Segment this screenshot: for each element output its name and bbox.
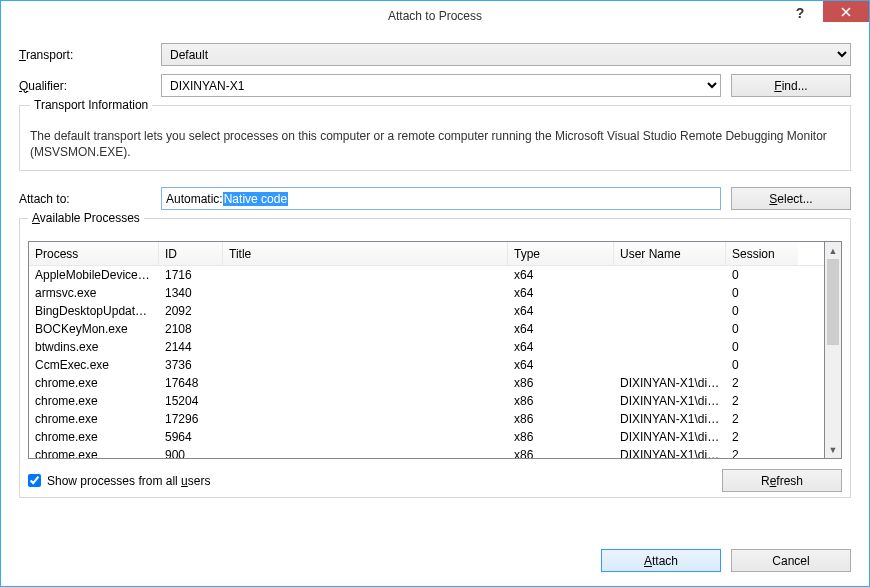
- grid-body[interactable]: AppleMobileDeviceSe...1716x640armsvc.exe…: [29, 266, 824, 458]
- select-button[interactable]: Select...: [731, 187, 851, 210]
- cancel-button[interactable]: Cancel: [731, 549, 851, 572]
- available-processes-legend: Available Processes: [28, 211, 144, 225]
- transport-select[interactable]: Default: [161, 43, 851, 66]
- cell-user: DIXINYAN-X1\dixin_...: [614, 448, 726, 458]
- cell-session: 0: [726, 286, 798, 300]
- scroll-track[interactable]: [825, 259, 841, 441]
- cell-type: x64: [508, 340, 614, 354]
- scroll-up-icon[interactable]: ▲: [825, 242, 841, 259]
- cell-id: 2144: [159, 340, 223, 354]
- cell-process: BingDesktopUpdater....: [29, 304, 159, 318]
- cell-id: 900: [159, 448, 223, 458]
- cell-session: 2: [726, 376, 798, 390]
- cell-type: x64: [508, 268, 614, 282]
- transport-label: Transport:: [19, 48, 161, 62]
- cell-process: btwdins.exe: [29, 340, 159, 354]
- cell-id: 5964: [159, 430, 223, 444]
- cell-user: DIXINYAN-X1\dixin_...: [614, 394, 726, 408]
- col-type[interactable]: Type: [508, 242, 614, 265]
- attach-to-label: Attach to:: [19, 192, 161, 206]
- cell-session: 0: [726, 322, 798, 336]
- transport-info-legend: Transport Information: [30, 98, 152, 112]
- grid-header[interactable]: Process ID Title Type User Name Session: [29, 242, 824, 266]
- attach-button[interactable]: Attach: [601, 549, 721, 572]
- col-user[interactable]: User Name: [614, 242, 726, 265]
- cell-process: armsvc.exe: [29, 286, 159, 300]
- cell-session: 2: [726, 394, 798, 408]
- table-row[interactable]: chrome.exe15204x86DIXINYAN-X1\dixin_...2: [29, 392, 824, 410]
- cell-type: x64: [508, 304, 614, 318]
- col-id[interactable]: ID: [159, 242, 223, 265]
- process-grid-wrap: Process ID Title Type User Name Session …: [28, 241, 842, 459]
- cell-session: 0: [726, 268, 798, 282]
- titlebar: Attach to Process ?: [1, 1, 869, 31]
- cell-process: CcmExec.exe: [29, 358, 159, 372]
- cell-user: DIXINYAN-X1\dixin_...: [614, 412, 726, 426]
- dialog-content: Transport: Default Qualifier: DIXINYAN-X…: [1, 31, 869, 512]
- col-session[interactable]: Session: [726, 242, 798, 265]
- cell-id: 15204: [159, 394, 223, 408]
- table-row[interactable]: CcmExec.exe3736x640: [29, 356, 824, 374]
- cell-id: 2108: [159, 322, 223, 336]
- help-icon[interactable]: ?: [777, 1, 823, 25]
- window-title: Attach to Process: [1, 9, 869, 23]
- table-row[interactable]: AppleMobileDeviceSe...1716x640: [29, 266, 824, 284]
- attach-to-field[interactable]: Automatic: Native code: [161, 187, 721, 210]
- cell-session: 2: [726, 430, 798, 444]
- table-row[interactable]: chrome.exe900x86DIXINYAN-X1\dixin_...2: [29, 446, 824, 458]
- dialog-footer: Attach Cancel: [601, 549, 851, 572]
- cell-process: AppleMobileDeviceSe...: [29, 268, 159, 282]
- table-row[interactable]: chrome.exe17296x86DIXINYAN-X1\dixin_...2: [29, 410, 824, 428]
- scroll-down-icon[interactable]: ▼: [825, 441, 841, 458]
- close-icon[interactable]: [823, 1, 869, 22]
- cell-session: 2: [726, 448, 798, 458]
- cell-process: chrome.exe: [29, 430, 159, 444]
- process-grid[interactable]: Process ID Title Type User Name Session …: [28, 241, 825, 459]
- scroll-thumb[interactable]: [827, 259, 839, 345]
- transport-info-text: The default transport lets you select pr…: [30, 128, 840, 160]
- qualifier-row: Qualifier: DIXINYAN-X1 Find...: [19, 74, 851, 97]
- transport-row: Transport: Default: [19, 43, 851, 66]
- table-row[interactable]: btwdins.exe2144x640: [29, 338, 824, 356]
- cell-process: chrome.exe: [29, 394, 159, 408]
- scrollbar-vertical[interactable]: ▲ ▼: [825, 241, 842, 459]
- qualifier-select[interactable]: DIXINYAN-X1: [161, 74, 721, 97]
- available-processes-group: Available Processes Process ID Title Typ…: [19, 218, 851, 498]
- col-process[interactable]: Process: [29, 242, 159, 265]
- cell-session: 0: [726, 304, 798, 318]
- cell-type: x86: [508, 376, 614, 390]
- show-all-label[interactable]: Show processes from all users: [47, 474, 210, 488]
- cell-session: 0: [726, 358, 798, 372]
- table-row[interactable]: BingDesktopUpdater....2092x640: [29, 302, 824, 320]
- cell-id: 3736: [159, 358, 223, 372]
- cell-process: chrome.exe: [29, 412, 159, 426]
- cell-process: chrome.exe: [29, 376, 159, 390]
- table-row[interactable]: chrome.exe17648x86DIXINYAN-X1\dixin_...2: [29, 374, 824, 392]
- table-row[interactable]: chrome.exe5964x86DIXINYAN-X1\dixin_...2: [29, 428, 824, 446]
- find-button[interactable]: Find...: [731, 74, 851, 97]
- refresh-button[interactable]: Refresh: [722, 469, 842, 492]
- cell-type: x86: [508, 394, 614, 408]
- transport-info-group: Transport Information The default transp…: [19, 105, 851, 171]
- col-title[interactable]: Title: [223, 242, 508, 265]
- attach-to-prefix: Automatic:: [166, 192, 223, 206]
- attach-to-row: Attach to: Automatic: Native code Select…: [19, 187, 851, 210]
- qualifier-label: Qualifier:: [19, 79, 161, 93]
- cell-session: 0: [726, 340, 798, 354]
- table-row[interactable]: BOCKeyMon.exe2108x640: [29, 320, 824, 338]
- cell-id: 1340: [159, 286, 223, 300]
- dialog-window: Attach to Process ? Transport: Default Q…: [0, 0, 870, 587]
- cell-id: 17296: [159, 412, 223, 426]
- cell-id: 17648: [159, 376, 223, 390]
- cell-id: 2092: [159, 304, 223, 318]
- cell-type: x86: [508, 430, 614, 444]
- titlebar-buttons: ?: [777, 1, 869, 31]
- cell-user: DIXINYAN-X1\dixin_...: [614, 376, 726, 390]
- table-row[interactable]: armsvc.exe1340x640: [29, 284, 824, 302]
- cell-type: x86: [508, 412, 614, 426]
- cell-type: x64: [508, 322, 614, 336]
- cell-session: 2: [726, 412, 798, 426]
- cell-type: x86: [508, 448, 614, 458]
- show-all-checkbox[interactable]: [28, 474, 41, 487]
- cell-process: BOCKeyMon.exe: [29, 322, 159, 336]
